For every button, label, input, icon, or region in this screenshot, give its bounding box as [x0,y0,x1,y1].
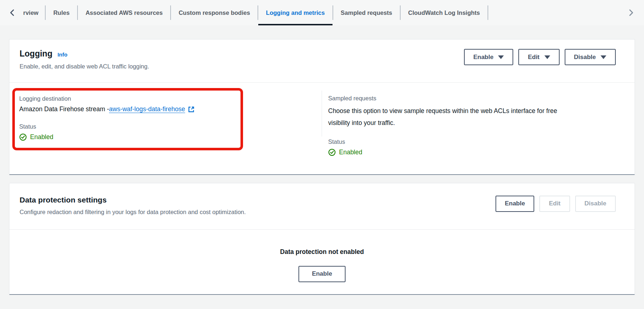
button-label: Disable [574,54,596,61]
logging-title: Logging [20,49,53,59]
check-circle-icon [19,133,27,141]
tab-strip: rview Rules Associated AWS resources Cus… [22,0,488,25]
data-protection-actions: Enable Edit Disable [495,196,616,212]
logging-header-text: Logging Info Enable, edit, and disable w… [20,49,149,70]
tab-sampled-requests[interactable]: Sampled requests [333,0,400,25]
tab-custom-response-bodies[interactable]: Custom response bodies [171,0,258,25]
data-protection-description: Configure redaction and filtering in you… [20,209,246,216]
tab-label: Associated AWS resources [85,9,163,16]
empty-state-title: Data protection not enabled [9,248,635,256]
tab-label: Logging and metrics [266,9,325,16]
logging-disable-button[interactable]: Disable [565,49,616,65]
tab-divider [488,5,488,20]
status-label: Status [328,138,620,145]
tab-label: Custom response bodies [179,9,250,16]
logging-card: Logging Info Enable, edit, and disable w… [9,39,635,175]
chevron-right-icon [627,8,635,17]
sampled-requests-status: Enabled [328,149,620,156]
data-protection-enable-button[interactable]: Enable [495,196,535,212]
chevron-left-icon [9,8,16,17]
tab-bar: rview Rules Associated AWS resources Cus… [0,0,644,25]
tab-label: Sampled requests [341,9,392,16]
external-link-icon [188,106,195,113]
logging-edit-button[interactable]: Edit [518,49,559,65]
tab-logging-and-metrics[interactable]: Logging and metrics [258,0,332,25]
check-circle-icon [328,149,336,156]
logging-description: Enable, edit, and disable web ACL traffi… [20,63,149,70]
button-label: Edit [528,54,539,61]
button-label: Disable [585,200,606,207]
tab-label: CloudWatch Log Insights [408,9,480,16]
highlight-box: Logging destination Amazon Data Firehose… [12,88,243,150]
tab-associated-aws-resources[interactable]: Associated AWS resources [78,0,170,25]
logging-status: Enabled [19,133,234,141]
status-value: Enabled [339,149,362,156]
tab-overview[interactable]: rview [22,0,45,25]
logging-destination-value: Amazon Data Firehose stream - [19,105,109,113]
tab-rules[interactable]: Rules [46,0,77,25]
logging-destination-label: Logging destination [19,95,234,102]
sampled-requests-column: Sampled requests Choose this option to v… [322,83,635,156]
caret-down-icon [498,55,504,59]
data-protection-title: Data protection settings [20,196,246,204]
data-protection-empty-state: Data protection not enabled Enable [9,230,635,294]
data-protection-card: Data protection settings Configure redac… [9,183,635,295]
tab-cloudwatch-log-insights[interactable]: CloudWatch Log Insights [401,0,488,25]
tab-scroll-right-button[interactable] [622,0,640,25]
tab-scroll-left-button[interactable] [3,0,22,25]
data-protection-header-text: Data protection settings Configure redac… [20,196,246,216]
button-label: Enable [312,270,332,277]
logging-destination-column: Logging destination Amazon Data Firehose… [9,83,322,156]
status-value: Enabled [30,133,53,141]
data-protection-edit-button[interactable]: Edit [539,196,570,212]
button-label: Edit [549,200,560,207]
caret-down-icon [544,55,550,59]
logging-actions: Enable Edit Disable [464,49,616,65]
logging-enable-button[interactable]: Enable [464,49,514,65]
logging-card-header: Logging Info Enable, edit, and disable w… [9,39,635,82]
status-label: Status [19,123,234,130]
sampled-requests-description: Choose this option to view sample reques… [328,105,567,129]
button-label: Enable [505,200,525,207]
tab-label: Rules [53,9,70,16]
sampled-requests-label: Sampled requests [328,95,620,102]
logging-card-content: Logging destination Amazon Data Firehose… [9,83,635,174]
data-protection-header: Data protection settings Configure redac… [9,183,635,229]
tab-label: rview [23,9,38,16]
empty-state-enable-button[interactable]: Enable [298,266,346,282]
info-link[interactable]: Info [58,51,68,58]
firehose-stream-link[interactable]: aws-waf-logs-data-firehose [109,105,185,113]
button-label: Enable [473,54,494,61]
data-protection-disable-button[interactable]: Disable [575,196,616,212]
caret-down-icon [601,55,606,59]
